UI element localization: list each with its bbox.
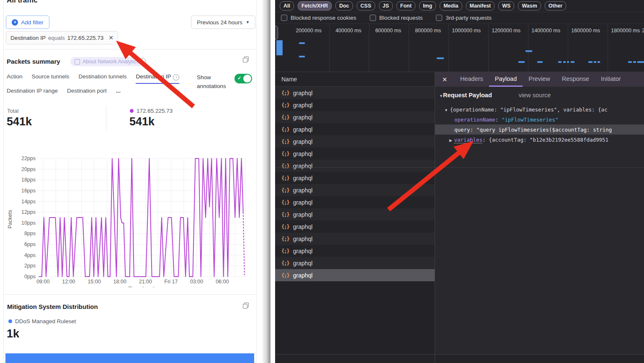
request-row-graphql[interactable]: {;}graphql (275, 233, 435, 245)
request-row-graphql[interactable]: {;}graphql (275, 160, 435, 172)
request-row-graphql[interactable]: {;}graphql (275, 123, 435, 135)
request-row-graphql[interactable]: {;}graphql (275, 172, 435, 184)
network-timeline-overview[interactable]: 200000 ms400000 ms600000 ms800000 ms1000… (275, 24, 644, 72)
request-row-graphql[interactable]: {;}graphql (275, 257, 435, 269)
detail-tab-headers[interactable]: Headers (454, 72, 489, 87)
tab-destination-tunnels[interactable]: Destination tunnels (79, 73, 127, 84)
total-label: Total (7, 108, 18, 114)
filter-pill-js[interactable]: JS (379, 1, 393, 10)
detail-tab-payload[interactable]: Payload (489, 72, 523, 87)
request-name: graphql (293, 150, 313, 157)
request-row-graphql[interactable]: {;}graphql (275, 87, 435, 99)
show-annotations-toggle[interactable]: ✓ (234, 74, 252, 83)
filter-pill-img[interactable]: Img (419, 1, 436, 10)
close-icon[interactable]: ✕ (435, 76, 454, 83)
request-row-graphql[interactable]: {;}graphql (275, 111, 435, 123)
remove-filter-icon[interactable]: ✕ (108, 34, 113, 41)
waterfall-mark (299, 56, 305, 57)
payload-preview-row[interactable]: ▼ {operationName: "ipFlowTimeseries", va… (435, 104, 644, 114)
filter-pill-all[interactable]: All (280, 1, 294, 10)
info-icon[interactable]: i (173, 74, 179, 80)
tab-destination-ip-range[interactable]: Destination IP range (7, 88, 58, 96)
filter-value: 172.65.225.73 (67, 35, 103, 41)
svg-text:6pps: 6pps (24, 241, 36, 247)
svg-text:03:00: 03:00 (190, 279, 203, 285)
name-column-header[interactable]: Name (275, 72, 435, 87)
card-divider (4, 294, 256, 295)
request-row-graphql[interactable]: {;}graphql (275, 208, 435, 220)
view-source-link[interactable]: view source (519, 92, 551, 99)
filter-pill-manifest[interactable]: Manifest (466, 1, 495, 10)
waterfall-mark (571, 61, 574, 63)
json-braces-icon: {;} (281, 260, 289, 266)
waterfall-mark (537, 61, 543, 63)
expand-triangle-icon[interactable]: ▶ (449, 138, 452, 143)
request-name: graphql (293, 114, 313, 121)
request-row-graphql[interactable]: {;}graphql (275, 135, 435, 148)
json-braces-icon: {;} (281, 224, 289, 230)
request-row-graphql[interactable]: {;}graphql (275, 196, 435, 208)
checkbox-blocked-response-cookies[interactable]: Blocked response cookies (281, 15, 356, 21)
mitigation-legend-label: DDoS Managed Ruleset (15, 318, 76, 324)
filter-pill-ws[interactable]: WS (498, 1, 514, 10)
collapse-triangle-icon[interactable]: ▼ (444, 108, 448, 112)
svg-text:0pps: 0pps (24, 274, 36, 280)
payload-row-query[interactable]: query: "query ipFlowTimeseries($accountT… (435, 124, 644, 135)
checkbox-3rd-party-requests[interactable]: 3rd-party requests (436, 15, 492, 21)
filter-pill-font[interactable]: Font (397, 1, 415, 10)
dimension-tabs-row2: Destination IP rangeDestination port... (7, 88, 121, 96)
filter-pill-fetch-xhr[interactable]: Fetch/XHR (298, 1, 332, 10)
checkbox-box[interactable] (370, 15, 376, 21)
badge-label: About Network Analytics (82, 59, 139, 65)
request-name: graphql (293, 187, 313, 194)
history-icon[interactable] (139, 58, 146, 64)
json-braces-icon: {;} (281, 236, 289, 242)
request-name: graphql (293, 126, 313, 133)
tab-source-tunnels[interactable]: Source tunnels (32, 73, 70, 84)
detail-tab-initiator[interactable]: Initiator (595, 72, 627, 87)
expand-panel-icon[interactable] (243, 57, 249, 62)
checkbox-blocked-requests[interactable]: Blocked requests (370, 15, 423, 21)
add-filter-button[interactable]: + Add filter (6, 16, 49, 29)
collapse-triangle-icon[interactable]: ▼ (439, 94, 443, 98)
filter-pill-wasm[interactable]: Wasm (518, 1, 541, 10)
timeline-tick-label: 1800000 ms (593, 28, 640, 34)
more-tabs-button[interactable]: ... (116, 88, 121, 96)
checkbox-box[interactable] (436, 15, 442, 21)
detail-tabs: HeadersPayloadPreviewResponseInitiator (454, 72, 627, 87)
svg-text:16pps: 16pps (21, 188, 36, 194)
about-network-analytics-badge[interactable]: About Network Analytics (70, 57, 143, 66)
payload-row-operationName[interactable]: operationName: "ipFlowTimeseries" (435, 114, 644, 124)
tab-destination-ip[interactable]: Destination IPi (136, 73, 179, 84)
tab-destination-port[interactable]: Destination port (67, 88, 107, 96)
request-row-graphql[interactable]: {;}graphql (275, 220, 435, 233)
json-braces-icon: {;} (281, 114, 289, 120)
series-dot (130, 109, 134, 113)
request-row-graphql[interactable]: {;}graphql (275, 184, 435, 196)
card-left-border (3, 0, 4, 363)
json-braces-icon: {;} (281, 200, 289, 205)
payload-panel: ▼Request Payloadview source ▼ {operation… (435, 87, 644, 354)
detail-tab-preview[interactable]: Preview (523, 72, 556, 87)
analytics-panel: All traffic + Add filter Previous 24 hou… (0, 0, 275, 363)
json-braces-icon: {;} (281, 127, 289, 132)
time-range-dropdown[interactable]: Previous 24 hours ▼ (191, 16, 255, 29)
page-scrollbar[interactable] (261, 0, 270, 363)
stats-divider (106, 106, 106, 131)
filter-pill-media[interactable]: Media (440, 1, 462, 10)
filter-chip[interactable]: Destination IP equals 172.65.225.73 ✕ (6, 31, 118, 44)
checkbox-box[interactable] (281, 15, 287, 21)
request-row-graphql[interactable]: {;}graphql (275, 99, 435, 111)
request-row-graphql[interactable]: {;}graphql (275, 269, 435, 281)
expand-panel-icon[interactable] (243, 303, 249, 309)
request-payload-header[interactable]: ▼Request Payloadview source (439, 92, 551, 99)
svg-text:2pps: 2pps (24, 263, 36, 269)
filter-pill-css[interactable]: CSS (357, 1, 375, 10)
payload-row-variables[interactable]: ▶ variables: {accountTag: "b12e3b2192ee5… (435, 135, 644, 145)
request-row-graphql[interactable]: {;}graphql (275, 148, 435, 160)
filter-pill-doc[interactable]: Doc (335, 1, 353, 10)
filter-pill-other[interactable]: Other (545, 1, 566, 10)
request-row-graphql[interactable]: {;}graphql (275, 245, 435, 257)
detail-tab-response[interactable]: Response (556, 72, 595, 87)
tab-action[interactable]: Action (7, 73, 23, 84)
